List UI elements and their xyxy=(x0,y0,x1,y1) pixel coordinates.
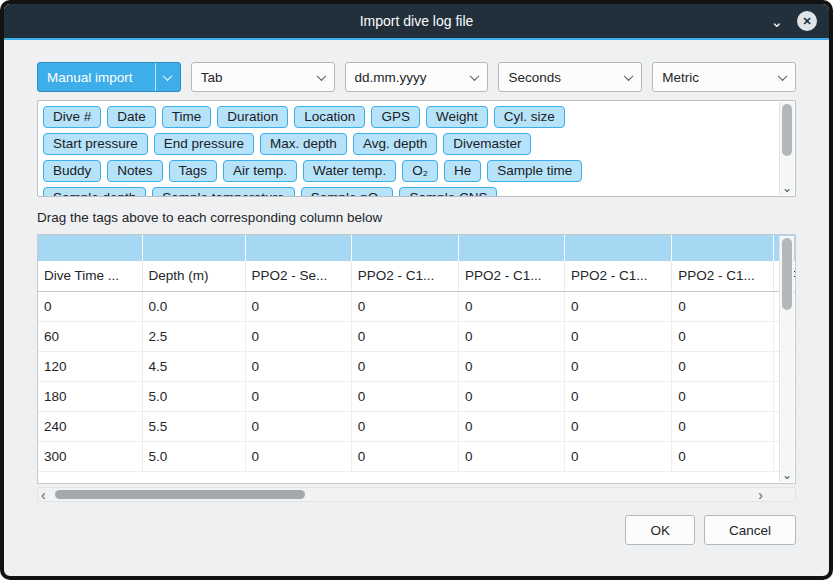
tag-scrollbar-thumb[interactable] xyxy=(782,104,792,156)
tag-chip[interactable]: Sample temperature xyxy=(152,187,294,197)
combo-tab[interactable]: Tab xyxy=(191,62,335,92)
tag-chip[interactable]: Notes xyxy=(107,160,162,182)
table-cell: 0 xyxy=(672,441,774,471)
chevron-down-icon xyxy=(771,63,786,91)
tag-chip[interactable]: Sample depth xyxy=(43,187,146,197)
table-cell: 0 xyxy=(351,351,458,381)
tag-chip[interactable]: Location xyxy=(294,106,365,128)
dialog-content: Manual importTabdd.mm.yyyySecondsMetric … xyxy=(4,40,829,576)
table-row: 602.5000000 xyxy=(38,321,796,351)
combo-selected-value: Metric xyxy=(662,70,771,85)
combo-selected-value: dd.mm.yyyy xyxy=(355,70,464,85)
table-cell: 0 xyxy=(672,351,774,381)
tag-chip[interactable]: Duration xyxy=(217,106,288,128)
column-header: PPO2 - C1... xyxy=(458,261,564,291)
table-cell: 0 xyxy=(565,441,672,471)
drop-target-cell[interactable] xyxy=(565,235,672,261)
titlebar-controls: ⌄ ✕ xyxy=(770,4,817,38)
combo-selected-value: Seconds xyxy=(508,70,617,85)
table-cell: 0 xyxy=(245,321,351,351)
scroll-down-icon[interactable]: ⌄ xyxy=(780,182,794,194)
shade-chevron-icon[interactable]: ⌄ xyxy=(770,14,783,29)
scroll-right-icon[interactable]: › xyxy=(758,487,763,503)
titlebar[interactable]: Import dive log file ⌄ ✕ xyxy=(4,4,829,40)
table-hscroll-thumb[interactable] xyxy=(55,490,305,499)
tag-chip[interactable]: Sample time xyxy=(487,160,582,182)
table-cell: 0 xyxy=(672,411,774,441)
combo-dd-mm-yyyy[interactable]: dd.mm.yyyy xyxy=(345,62,489,92)
chevron-down-icon xyxy=(310,63,325,91)
table-cell: 0 xyxy=(245,351,351,381)
tag-chip[interactable]: Tags xyxy=(169,160,218,182)
tag-chip[interactable]: Cyl. size xyxy=(494,106,565,128)
drop-target-cell[interactable] xyxy=(245,235,351,261)
table-row: 00.0000000 xyxy=(38,291,796,321)
tag-chip[interactable]: GPS xyxy=(371,106,420,128)
tag-chip[interactable]: Dive # xyxy=(43,106,101,128)
tag-chip[interactable]: O₂ xyxy=(402,160,438,182)
cancel-button[interactable]: Cancel xyxy=(704,515,796,545)
drop-target-cell[interactable] xyxy=(351,235,458,261)
tag-chip[interactable]: Time xyxy=(162,106,212,128)
combo-selected-value: Manual import xyxy=(47,70,149,85)
tag-chip[interactable]: End pressure xyxy=(154,133,254,155)
tag-chip[interactable]: Avg. depth xyxy=(353,133,437,155)
table-cell: 0 xyxy=(672,321,774,351)
tag-chip[interactable]: Air temp. xyxy=(223,160,297,182)
scroll-left-icon[interactable]: ‹ xyxy=(41,487,46,503)
table-row: 1204.5000000 xyxy=(38,351,796,381)
drop-target-cell[interactable] xyxy=(38,235,142,261)
tag-chip[interactable]: Buddy xyxy=(43,160,101,182)
tag-chip[interactable]: He xyxy=(444,160,481,182)
table-cell: 0 xyxy=(458,321,564,351)
combo-row: Manual importTabdd.mm.yyyySecondsMetric xyxy=(37,62,796,92)
tag-chip[interactable]: Sample pO₂ xyxy=(301,187,394,197)
tag-row: Sample depthSample temperatureSample pO₂… xyxy=(43,187,771,197)
tag-chip[interactable]: Weight xyxy=(426,106,488,128)
tag-chip[interactable]: Water temp. xyxy=(303,160,396,182)
drop-target-cell[interactable] xyxy=(458,235,564,261)
table-cell: 300 xyxy=(38,441,142,471)
tag-chip[interactable]: Start pressure xyxy=(43,133,148,155)
table-row: 1805.0000000 xyxy=(38,381,796,411)
column-header: PPO2 - C1... xyxy=(672,261,774,291)
tag-list: Dive #DateTimeDurationLocationGPSWeightC… xyxy=(43,106,771,197)
table-cell: 0 xyxy=(672,381,774,411)
tag-chip[interactable]: Max. depth xyxy=(260,133,347,155)
chevron-down-icon xyxy=(463,63,478,91)
table-vertical-scrollbar[interactable]: ⌄ xyxy=(779,236,794,482)
drop-target-cell[interactable] xyxy=(672,235,774,261)
table-cell: 60 xyxy=(38,321,142,351)
table-cell: 0 xyxy=(351,321,458,351)
combo-manual-import[interactable]: Manual import xyxy=(37,62,181,92)
tag-scrollbar[interactable]: ⌄ xyxy=(779,102,794,195)
table-cell: 0 xyxy=(565,321,672,351)
table-cell: 0 xyxy=(245,291,351,321)
drop-target-row xyxy=(38,235,796,261)
table-cell: 0 xyxy=(672,291,774,321)
close-button[interactable]: ✕ xyxy=(797,11,817,31)
table-cell: 0 xyxy=(565,411,672,441)
table-horizontal-scrollbar[interactable]: ‹ › xyxy=(37,487,796,502)
combo-selected-value: Tab xyxy=(201,70,310,85)
combo-seconds[interactable]: Seconds xyxy=(498,62,642,92)
tag-row: Dive #DateTimeDurationLocationGPSWeightC… xyxy=(43,106,771,128)
tag-chip[interactable]: Date xyxy=(107,106,156,128)
table-cell: 0 xyxy=(458,441,564,471)
tag-chip[interactable]: Divemaster xyxy=(443,133,531,155)
tag-chip[interactable]: Sample CNS xyxy=(399,187,497,197)
ok-button[interactable]: OK xyxy=(625,515,695,545)
table-row: 2405.5000000 xyxy=(38,411,796,441)
scroll-down-icon[interactable]: ⌄ xyxy=(780,469,794,481)
column-header: Dive Time ... xyxy=(38,261,142,291)
tag-row: BuddyNotesTagsAir temp.Water temp.O₂HeSa… xyxy=(43,160,771,182)
combo-metric[interactable]: Metric xyxy=(652,62,796,92)
drop-target-cell[interactable] xyxy=(142,235,245,261)
chevron-down-icon xyxy=(617,63,632,91)
column-header-row: Dive Time ...Depth (m)PPO2 - Se...PPO2 -… xyxy=(38,261,796,291)
chevron-down-icon xyxy=(155,63,171,91)
table-cell: 0 xyxy=(245,381,351,411)
table-vscroll-thumb[interactable] xyxy=(782,238,792,310)
preview-table: Dive Time ...Depth (m)PPO2 - Se...PPO2 -… xyxy=(38,235,796,472)
table-row: 3005.0000000 xyxy=(38,441,796,471)
